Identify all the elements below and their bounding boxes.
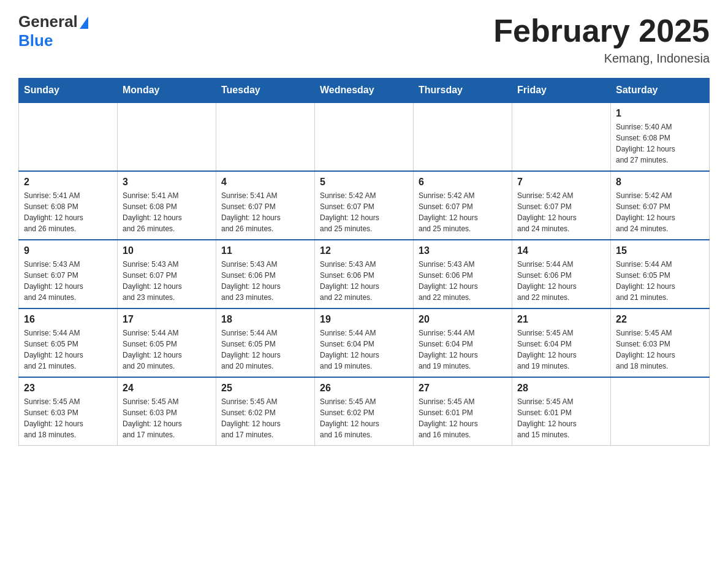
calendar-cell: 19Sunrise: 5:44 AM Sunset: 6:04 PM Dayli…: [315, 308, 414, 377]
calendar-cell: 28Sunrise: 5:45 AM Sunset: 6:01 PM Dayli…: [512, 377, 611, 446]
day-number: 1: [616, 108, 704, 119]
day-info: Sunrise: 5:44 AM Sunset: 6:05 PM Dayligh…: [24, 327, 112, 372]
calendar-cell: 12Sunrise: 5:43 AM Sunset: 6:06 PM Dayli…: [315, 240, 414, 308]
day-number: 13: [419, 245, 507, 256]
calendar-cell: 4Sunrise: 5:41 AM Sunset: 6:07 PM Daylig…: [216, 171, 315, 240]
day-number: 25: [221, 383, 309, 394]
day-number: 23: [24, 383, 112, 394]
day-number: 5: [320, 177, 408, 188]
logo-blue-text: Blue: [18, 31, 53, 50]
day-info: Sunrise: 5:45 AM Sunset: 6:02 PM Dayligh…: [320, 396, 408, 440]
day-info: Sunrise: 5:40 AM Sunset: 6:08 PM Dayligh…: [616, 121, 704, 166]
calendar-cell: [216, 102, 315, 171]
calendar-cell: [414, 102, 512, 171]
calendar-header-saturday: Saturday: [611, 79, 710, 103]
calendar-header-friday: Friday: [512, 79, 611, 103]
day-info: Sunrise: 5:44 AM Sunset: 6:04 PM Dayligh…: [320, 327, 408, 372]
day-number: 12: [320, 245, 408, 256]
day-info: Sunrise: 5:43 AM Sunset: 6:06 PM Dayligh…: [320, 259, 408, 303]
calendar-cell: 22Sunrise: 5:45 AM Sunset: 6:03 PM Dayli…: [611, 308, 710, 377]
calendar-cell: 5Sunrise: 5:42 AM Sunset: 6:07 PM Daylig…: [315, 171, 414, 240]
title-section: February 2025 Kemang, Indonesia: [493, 12, 710, 66]
day-number: 26: [320, 383, 408, 394]
calendar-week-5: 23Sunrise: 5:45 AM Sunset: 6:03 PM Dayli…: [19, 377, 710, 446]
calendar-cell: [315, 102, 414, 171]
calendar-cell: 14Sunrise: 5:44 AM Sunset: 6:06 PM Dayli…: [512, 240, 611, 308]
calendar-cell: 17Sunrise: 5:44 AM Sunset: 6:05 PM Dayli…: [118, 308, 216, 377]
calendar-cell: 18Sunrise: 5:44 AM Sunset: 6:05 PM Dayli…: [216, 308, 315, 377]
header: General Blue February 2025 Kemang, Indon…: [18, 12, 710, 66]
day-number: 3: [123, 177, 211, 188]
day-number: 22: [616, 314, 704, 325]
calendar-cell: 13Sunrise: 5:43 AM Sunset: 6:06 PM Dayli…: [414, 240, 512, 308]
calendar-cell: 21Sunrise: 5:45 AM Sunset: 6:04 PM Dayli…: [512, 308, 611, 377]
day-info: Sunrise: 5:41 AM Sunset: 6:08 PM Dayligh…: [123, 190, 211, 234]
calendar-cell: 10Sunrise: 5:43 AM Sunset: 6:07 PM Dayli…: [118, 240, 216, 308]
day-info: Sunrise: 5:45 AM Sunset: 6:03 PM Dayligh…: [616, 327, 704, 372]
day-number: 4: [221, 177, 309, 188]
day-number: 10: [123, 245, 211, 256]
day-number: 9: [24, 245, 112, 256]
day-number: 27: [419, 383, 507, 394]
calendar-header-thursday: Thursday: [414, 79, 512, 103]
calendar-header-row: SundayMondayTuesdayWednesdayThursdayFrid…: [19, 79, 710, 103]
month-title: February 2025: [493, 12, 710, 49]
calendar-week-4: 16Sunrise: 5:44 AM Sunset: 6:05 PM Dayli…: [19, 308, 710, 377]
calendar-cell: [512, 102, 611, 171]
calendar-cell: 15Sunrise: 5:44 AM Sunset: 6:05 PM Dayli…: [611, 240, 710, 308]
calendar-cell: 6Sunrise: 5:42 AM Sunset: 6:07 PM Daylig…: [414, 171, 512, 240]
day-info: Sunrise: 5:45 AM Sunset: 6:02 PM Dayligh…: [221, 396, 309, 440]
day-number: 17: [123, 314, 211, 325]
calendar-cell: [19, 102, 118, 171]
calendar-cell: 16Sunrise: 5:44 AM Sunset: 6:05 PM Dayli…: [19, 308, 118, 377]
calendar-cell: 24Sunrise: 5:45 AM Sunset: 6:03 PM Dayli…: [118, 377, 216, 446]
day-number: 16: [24, 314, 112, 325]
day-info: Sunrise: 5:43 AM Sunset: 6:06 PM Dayligh…: [221, 259, 309, 303]
day-number: 28: [517, 383, 605, 394]
calendar-cell: 9Sunrise: 5:43 AM Sunset: 6:07 PM Daylig…: [19, 240, 118, 308]
day-info: Sunrise: 5:45 AM Sunset: 6:03 PM Dayligh…: [24, 396, 112, 440]
calendar-cell: 20Sunrise: 5:44 AM Sunset: 6:04 PM Dayli…: [414, 308, 512, 377]
calendar-week-2: 2Sunrise: 5:41 AM Sunset: 6:08 PM Daylig…: [19, 171, 710, 240]
day-info: Sunrise: 5:44 AM Sunset: 6:05 PM Dayligh…: [221, 327, 309, 372]
day-info: Sunrise: 5:42 AM Sunset: 6:07 PM Dayligh…: [320, 190, 408, 234]
day-info: Sunrise: 5:45 AM Sunset: 6:04 PM Dayligh…: [517, 327, 605, 372]
calendar-cell: 8Sunrise: 5:42 AM Sunset: 6:07 PM Daylig…: [611, 171, 710, 240]
calendar-week-3: 9Sunrise: 5:43 AM Sunset: 6:07 PM Daylig…: [19, 240, 710, 308]
day-info: Sunrise: 5:44 AM Sunset: 6:04 PM Dayligh…: [419, 327, 507, 372]
day-number: 2: [24, 177, 112, 188]
day-info: Sunrise: 5:44 AM Sunset: 6:06 PM Dayligh…: [517, 259, 605, 303]
calendar-cell: 7Sunrise: 5:42 AM Sunset: 6:07 PM Daylig…: [512, 171, 611, 240]
day-info: Sunrise: 5:44 AM Sunset: 6:05 PM Dayligh…: [616, 259, 704, 303]
calendar-cell: [611, 377, 710, 446]
calendar-header-sunday: Sunday: [19, 79, 118, 103]
calendar-cell: 25Sunrise: 5:45 AM Sunset: 6:02 PM Dayli…: [216, 377, 315, 446]
logo: General Blue: [18, 12, 88, 50]
calendar-cell: 27Sunrise: 5:45 AM Sunset: 6:01 PM Dayli…: [414, 377, 512, 446]
day-info: Sunrise: 5:45 AM Sunset: 6:03 PM Dayligh…: [123, 396, 211, 440]
calendar-week-1: 1Sunrise: 5:40 AM Sunset: 6:08 PM Daylig…: [19, 102, 710, 171]
calendar-cell: 11Sunrise: 5:43 AM Sunset: 6:06 PM Dayli…: [216, 240, 315, 308]
calendar-table: SundayMondayTuesdayWednesdayThursdayFrid…: [18, 78, 710, 446]
calendar-header-tuesday: Tuesday: [216, 79, 315, 103]
calendar-header-monday: Monday: [118, 79, 216, 103]
day-number: 15: [616, 245, 704, 256]
logo-general-text: General: [18, 12, 78, 31]
day-info: Sunrise: 5:43 AM Sunset: 6:07 PM Dayligh…: [123, 259, 211, 303]
day-number: 11: [221, 245, 309, 256]
calendar-cell: 26Sunrise: 5:45 AM Sunset: 6:02 PM Dayli…: [315, 377, 414, 446]
calendar-cell: 1Sunrise: 5:40 AM Sunset: 6:08 PM Daylig…: [611, 102, 710, 171]
day-info: Sunrise: 5:45 AM Sunset: 6:01 PM Dayligh…: [419, 396, 507, 440]
day-number: 20: [419, 314, 507, 325]
day-info: Sunrise: 5:41 AM Sunset: 6:08 PM Dayligh…: [24, 190, 112, 234]
day-number: 18: [221, 314, 309, 325]
day-info: Sunrise: 5:41 AM Sunset: 6:07 PM Dayligh…: [221, 190, 309, 234]
calendar-header-wednesday: Wednesday: [315, 79, 414, 103]
day-number: 19: [320, 314, 408, 325]
logo-arrow-icon: [80, 17, 88, 29]
calendar-cell: [118, 102, 216, 171]
day-number: 21: [517, 314, 605, 325]
calendar-cell: 23Sunrise: 5:45 AM Sunset: 6:03 PM Dayli…: [19, 377, 118, 446]
calendar-cell: 3Sunrise: 5:41 AM Sunset: 6:08 PM Daylig…: [118, 171, 216, 240]
location-text: Kemang, Indonesia: [493, 52, 710, 66]
